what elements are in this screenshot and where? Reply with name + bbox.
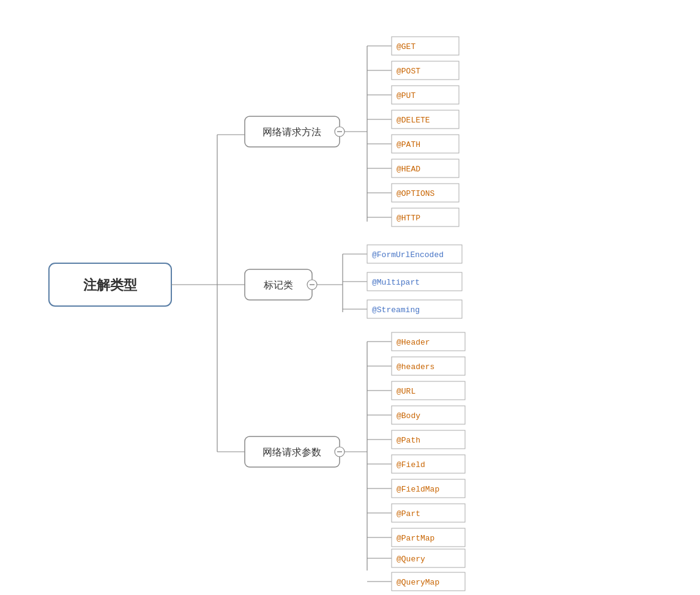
leaf-get: @GET	[397, 42, 415, 51]
leaf-pathp: @Path	[397, 436, 420, 445]
leaf-querymap: @QueryMap	[397, 578, 439, 587]
leaf-multipart: @Multipart	[372, 278, 420, 287]
leaf-path: @PATH	[397, 140, 420, 149]
leaf-http: @HTTP	[397, 214, 420, 223]
leaf-field: @Field	[397, 460, 425, 470]
branch1-label: 网络请求方法	[262, 127, 321, 137]
leaf-head: @HEAD	[397, 165, 420, 174]
leaf-options: @OPTIONS	[397, 189, 435, 198]
leaf-streaming: @Streaming	[372, 305, 420, 315]
leaf-part: @Part	[397, 509, 420, 518]
branch2-label: 标记类	[263, 280, 293, 290]
leaf-formurlen: @FormUrlEncoded	[372, 250, 444, 260]
leaf-delete: @DELETE	[397, 116, 430, 125]
leaf-partmap: @PartMap	[397, 534, 434, 543]
leaf-header: @Header	[397, 338, 430, 347]
mindmap-diagram: 注解类型 网络请求方法 @GET @POST @PUT @DELETE @PAT…	[0, 0, 700, 595]
leaf-url: @URL	[397, 387, 415, 396]
leaf-fieldmap: @FieldMap	[397, 485, 439, 494]
leaf-put: @PUT	[397, 91, 415, 100]
leaf-headers: @headers	[397, 362, 434, 372]
root-label: 注解类型	[83, 277, 138, 293]
leaf-post: @POST	[397, 67, 420, 76]
leaf-body: @Body	[397, 411, 420, 421]
leaf-query: @Query	[397, 555, 425, 564]
branch3-label: 网络请求参数	[262, 447, 321, 457]
